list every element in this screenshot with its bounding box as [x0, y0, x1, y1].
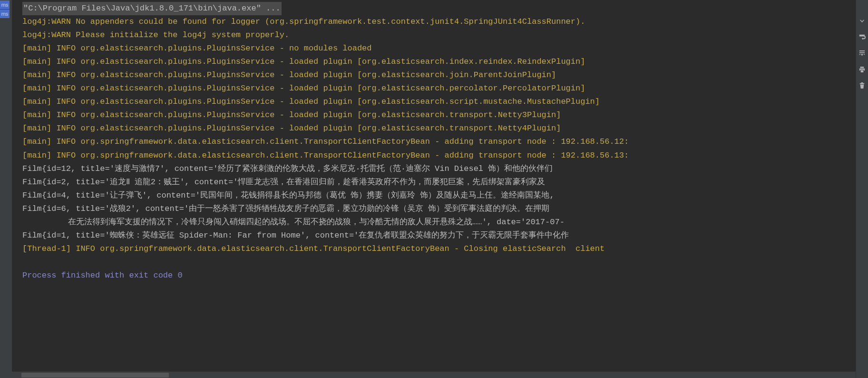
console-log-line: Film{id=2, title='追龙Ⅱ 追龍2：贼王', content='…	[22, 176, 856, 189]
console-log-line: Film{id=12, title='速度与激情7', content='经历了…	[22, 162, 856, 176]
console-output[interactable]: "C:\Program Files\Java\jdk1.8.0_171\bin\…	[12, 0, 856, 365]
gutter-badge-ms[interactable]: ms	[0, 10, 10, 18]
console-log-line: [main] INFO org.elasticsearch.plugins.Pl…	[22, 82, 856, 95]
gutter-badge-ms[interactable]: ms	[0, 0, 10, 9]
console-log-line: Film{id=6, title='战狼2', content='由于一怒杀害了…	[22, 202, 856, 216]
trash-icon[interactable]	[858, 81, 866, 89]
console-log-line: [main] INFO org.elasticsearch.plugins.Pl…	[22, 109, 856, 122]
console-empty-line	[22, 256, 856, 269]
console-log-line: [main] INFO org.elasticsearch.plugins.Pl…	[22, 122, 856, 135]
console-log-line: log4j:WARN No appenders could be found f…	[22, 15, 856, 29]
console-log-line: Film{id=4, title='让子弹飞', content='民国年间，花…	[22, 189, 856, 202]
soft-wrap-icon[interactable]	[858, 33, 866, 40]
down-arrow-icon[interactable]	[858, 17, 866, 24]
console-log-line: [main] INFO org.elasticsearch.plugins.Pl…	[22, 42, 856, 55]
console-log-line: [main] INFO org.elasticsearch.plugins.Pl…	[22, 55, 856, 69]
left-gutter: ms ms	[0, 0, 12, 378]
scroll-to-end-icon[interactable]	[858, 49, 866, 57]
console-log-line: [Thread-1] INFO org.springframework.data…	[22, 242, 856, 256]
console-log-line: Film{id=1, title='蜘蛛侠：英雄远征 Spider-Man: F…	[22, 229, 856, 242]
horizontal-scrollbar[interactable]	[12, 371, 856, 378]
console-log-line: [main] INFO org.springframework.data.ela…	[22, 135, 856, 149]
console-command-line: "C:\Program Files\Java\jdk1.8.0_171\bin\…	[22, 2, 856, 15]
console-log-line: [main] INFO org.elasticsearch.plugins.Pl…	[22, 69, 856, 82]
right-toolbar	[856, 0, 868, 378]
scrollbar-thumb[interactable]	[21, 373, 169, 378]
console-log-line: [main] INFO org.elasticsearch.plugins.Pl…	[22, 95, 856, 109]
console-log-line: log4j:WARN Please initialize the log4j s…	[22, 29, 856, 42]
print-icon[interactable]	[858, 65, 866, 73]
console-exit-message: Process finished with exit code 0	[22, 269, 856, 282]
console-log-line: 在无法得到海军支援的情况下，冷锋只身闯入硝烟四起的战场。不屈不挠的战狼，与冷酷无…	[22, 216, 856, 229]
console-log-line: [main] INFO org.springframework.data.ela…	[22, 149, 856, 162]
